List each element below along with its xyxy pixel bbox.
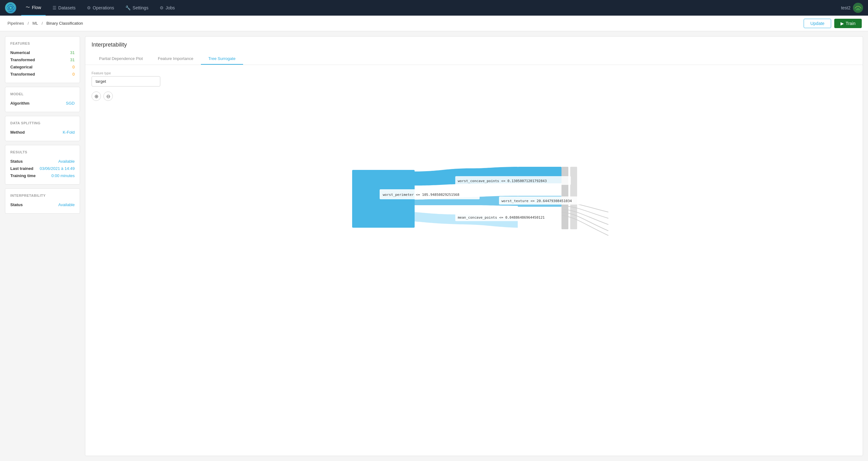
breadcrumb-ml[interactable]: ML: [32, 21, 38, 26]
zoom-out-icon: ⊖: [106, 93, 110, 99]
nav-settings[interactable]: 🔧 Settings: [121, 0, 153, 15]
datasets-icon: ☰: [53, 5, 57, 10]
interpretability-title: INTERPRETABILITY: [10, 194, 75, 197]
zoom-in-icon: ⊕: [94, 93, 98, 99]
sidebar-row-transformed2: Transformed 0: [10, 71, 75, 78]
update-button[interactable]: Update: [804, 19, 831, 28]
jobs-icon: ⚙: [160, 5, 164, 10]
content-area: Interpretability Partial Dependence Plot…: [85, 36, 863, 456]
sidebar-row-numerical: Numerical 31: [10, 49, 75, 56]
tree-svg: worst_perimeter <= 105.94850829251568 wo…: [92, 106, 857, 237]
nav-datasets[interactable]: ☰ Datasets: [48, 0, 80, 15]
tabs: Partial Dependence Plot Feature Importan…: [92, 53, 857, 65]
tab-feature-importance[interactable]: Feature Importance: [150, 53, 200, 65]
splitting-card: DATA SPLITTING Method K-Fold: [5, 116, 80, 141]
sidebar-row-training-time: Training time 0:00 minutes: [10, 172, 75, 179]
model-card: MODEL Algorithm SGD: [5, 87, 80, 112]
breadcrumb: Pipelines / ML / Binary Classification: [6, 21, 84, 26]
feature-type-field: Feature type: [92, 71, 857, 87]
breadcrumb-pipelines[interactable]: Pipelines: [7, 21, 24, 26]
zoom-out-button[interactable]: ⊖: [103, 92, 113, 101]
interpretability-card: INTERPRETABILITY Status Available: [5, 188, 80, 213]
nav-operations[interactable]: ⚙ Operations: [83, 0, 118, 15]
results-card: RESULTS Status Available Last trained 03…: [5, 145, 80, 185]
splitting-title: DATA SPLITTING: [10, 121, 75, 125]
zoom-in-button[interactable]: ⊕: [92, 92, 101, 101]
zoom-controls: ⊕ ⊖: [92, 92, 857, 101]
main-layout: FEATURES Numerical 31 Transformed 31 Cat…: [0, 31, 868, 461]
model-title: MODEL: [10, 92, 75, 96]
features-title: FEATURES: [10, 41, 75, 45]
breadcrumb-actions: Update ▶ Train: [804, 19, 862, 28]
svg-text:worst_texture <= 20.6447930845: worst_texture <= 20.64479308451034: [501, 199, 572, 203]
sidebar-row-categorical: Categorical 0: [10, 63, 75, 71]
train-button[interactable]: ▶ Train: [834, 19, 862, 28]
svg-point-3: [10, 7, 11, 9]
content-header: Interpretability Partial Dependence Plot…: [85, 37, 863, 65]
feature-type-label: Feature type: [92, 71, 857, 75]
nav-flow[interactable]: 〜 Flow: [21, 0, 45, 15]
svg-text:mean_concave_points <= 0.04886: mean_concave_points <= 0.048864869644501…: [458, 216, 545, 220]
sidebar-row-interp-status: Status Available: [10, 201, 75, 208]
svg-text:worst_concave_points <= 0.1305: worst_concave_points <= 0.13050071201792…: [458, 179, 547, 183]
tree-visualization: worst_perimeter <= 105.94850829251568 wo…: [92, 106, 857, 238]
sidebar: FEATURES Numerical 31 Transformed 31 Cat…: [5, 36, 80, 456]
content-body: Feature type ⊕ ⊖: [85, 65, 863, 456]
page-title: Interpretability: [92, 41, 857, 48]
sidebar-row-transformed1: Transformed 31: [10, 56, 75, 63]
operations-icon: ⚙: [87, 5, 91, 10]
tab-tree-surrogate[interactable]: Tree Surrogate: [201, 53, 243, 65]
nav-user: test2: [841, 3, 863, 13]
app-logo: [5, 2, 16, 13]
nav-jobs[interactable]: ⚙ Jobs: [155, 0, 179, 15]
sidebar-row-method: Method K-Fold: [10, 129, 75, 136]
features-card: FEATURES Numerical 31 Transformed 31 Cat…: [5, 36, 80, 83]
train-play-icon: ▶: [840, 21, 844, 26]
svg-text:worst_perimeter <= 105.9485082: worst_perimeter <= 105.94850829251568: [383, 193, 459, 197]
tab-partial-dependence[interactable]: Partial Dependence Plot: [92, 53, 150, 65]
flow-icon: 〜: [26, 5, 30, 10]
sidebar-row-algorithm: Algorithm SGD: [10, 100, 75, 107]
results-title: RESULTS: [10, 150, 75, 154]
breadcrumb-current: Binary Classification: [46, 21, 83, 26]
feature-type-input[interactable]: [92, 76, 160, 87]
topnav: 〜 Flow ☰ Datasets ⚙ Operations 🔧 Setting…: [0, 0, 868, 15]
settings-icon: 🔧: [125, 5, 131, 10]
breadcrumb-bar: Pipelines / ML / Binary Classification U…: [0, 15, 868, 31]
sidebar-row-status: Status Available: [10, 158, 75, 165]
sidebar-row-last-trained: Last trained 03/06/2021 à 14:49: [10, 165, 75, 172]
avatar: [853, 3, 863, 13]
